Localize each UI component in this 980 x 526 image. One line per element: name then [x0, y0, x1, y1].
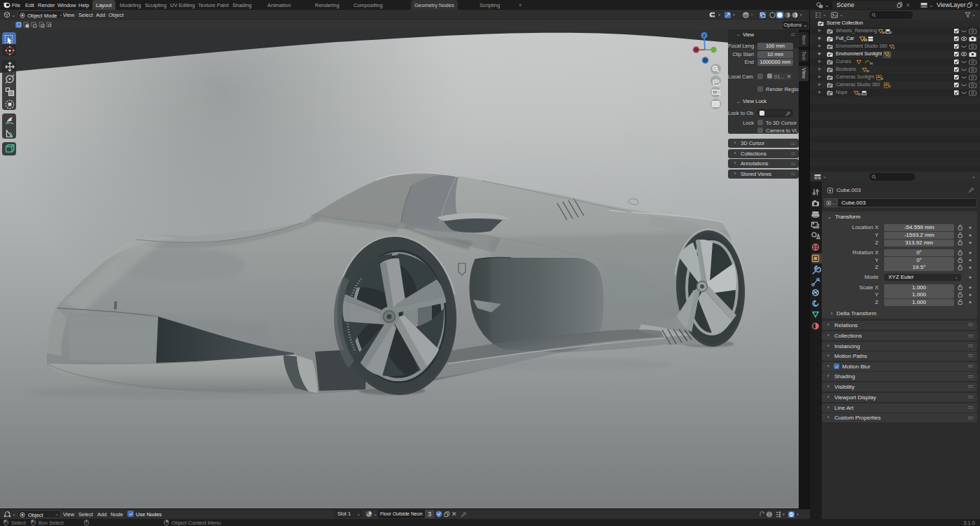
- svg-text:2: 2: [888, 55, 890, 57]
- svg-text:7: 7: [889, 85, 890, 88]
- svg-text:13: 13: [866, 69, 869, 73]
- svg-text:35: 35: [858, 92, 861, 96]
- svg-text:2: 2: [893, 47, 895, 50]
- svg-text:2: 2: [890, 31, 892, 34]
- svg-text:99: 99: [864, 39, 867, 42]
- svg-text:16: 16: [869, 62, 873, 65]
- svg-text:48: 48: [882, 31, 886, 34]
- svg-text:8: 8: [881, 77, 883, 81]
- svg-text:Z: Z: [703, 34, 706, 38]
